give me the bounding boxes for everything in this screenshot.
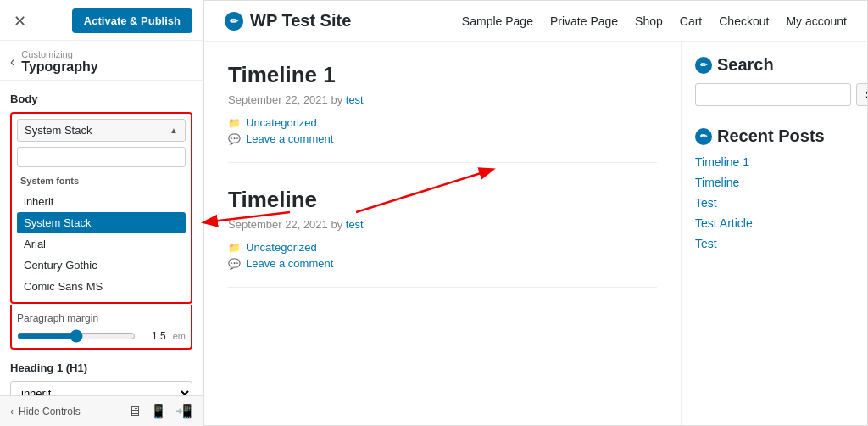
footer-icons: 🖥 📱 📲 [128,403,192,419]
recent-post-link-1[interactable]: Timeline 1 [695,155,749,169]
post-category-2: 📁 Uncategorized [228,241,657,254]
slider-value: 1.5 [142,330,166,342]
comment-icon: 💬 [228,133,241,145]
customizer-panel: ✕ Activate & Publish ‹ Customizing Typog… [0,0,203,426]
post-meta-1: September 22, 2021 by test [228,93,657,106]
paragraph-margin-slider[interactable] [17,329,136,343]
nav-sample-page[interactable]: Sample Page [462,14,533,28]
font-option-century-gothic[interactable]: Century Gothic [17,255,186,276]
site-title-text: WP Test Site [250,11,351,31]
font-search-input[interactable] [17,147,186,167]
nav-shop[interactable]: Shop [635,14,663,28]
sidebar: ✏ Search Search ✏ Recent Posts Timeline … [681,42,867,425]
heading-section-label: Heading 1 (H1) [10,362,192,374]
tablet-icon[interactable]: 📱 [150,403,167,419]
paragraph-margin-section: Paragraph margin 1.5 em [10,305,192,350]
panel-header: ✕ Activate & Publish [0,0,203,41]
panel-subheader: ‹ Customizing Typography [0,41,203,81]
hide-controls-button[interactable]: ‹ Hide Controls [10,406,81,418]
nav-my-account[interactable]: My account [786,14,847,28]
recent-posts-title-text: Recent Posts [717,126,825,146]
font-selected-label: System Stack [25,124,92,137]
panel-footer: ‹ Hide Controls 🖥 📱 📲 [0,395,203,426]
post-author-1[interactable]: test [346,93,364,106]
font-option-arial[interactable]: Arial [17,233,186,255]
customizing-label: Customizing [21,49,97,59]
post-comment-link-2[interactable]: Leave a comment [246,257,333,270]
font-select-container: System Stack ▲ System fonts inherit Syst… [10,112,192,304]
recent-post-1: Timeline 1 [695,154,854,170]
post-comment-link-1[interactable]: Leave a comment [246,132,333,145]
nav-private-page[interactable]: Private Page [550,14,618,28]
recent-post-4: Test Article [695,216,854,231]
font-option-system-stack[interactable]: System Stack [17,212,186,233]
recent-post-link-4[interactable]: Test Article [695,216,753,230]
post-footer-1: 📁 Uncategorized 💬 Leave a comment [228,116,657,145]
font-option-comic-sans[interactable]: Comic Sans MS [17,276,186,297]
preview-area: ✏ WP Test Site Sample Page Private Page … [203,0,868,426]
nav-cart[interactable]: Cart [680,14,702,28]
search-widget-icon: ✏ [695,57,712,74]
post-category-link-2[interactable]: Uncategorized [246,241,317,254]
site-nav: Sample Page Private Page Shop Cart Check… [462,14,847,28]
search-row: Search [695,83,854,106]
font-group-label: System fonts [17,174,186,188]
search-widget: ✏ Search Search [695,55,854,106]
recent-posts-title: ✏ Recent Posts [695,126,854,146]
nav-checkout[interactable]: Checkout [719,14,769,28]
recent-post-link-5[interactable]: Test [695,237,717,250]
search-widget-title: ✏ Search [695,55,854,75]
chevron-left-icon: ‹ [10,406,14,418]
site-header: ✏ WP Test Site Sample Page Private Page … [204,1,867,42]
post-author-2[interactable]: test [346,218,364,231]
comment-icon-2: 💬 [228,258,241,270]
post-category-1: 📁 Uncategorized [228,116,657,129]
site-logo-icon: ✏ [225,12,243,31]
dropdown-arrow-icon: ▲ [170,126,178,135]
preview-body: Timeline 1 September 22, 2021 by test 📁 … [204,42,867,425]
slider-unit: em [173,331,186,341]
publish-button[interactable]: Activate & Publish [72,8,192,33]
recent-post-2: Timeline [695,175,854,190]
folder-icon-2: 📁 [228,242,241,254]
post-article-2: Timeline September 22, 2021 by test 📁 Un… [228,187,657,288]
panel-content: Body System Stack ▲ System fonts inherit… [0,81,203,395]
font-option-inherit[interactable]: inherit [17,191,186,212]
heading-font-select[interactable]: inherit System Stack Arial Century Gothi… [10,381,192,395]
folder-icon: 📁 [228,117,241,129]
search-button[interactable]: Search [856,83,867,106]
mobile-icon[interactable]: 📲 [175,403,192,419]
slider-row: 1.5 em [17,329,186,343]
close-button[interactable]: ✕ [10,12,30,31]
search-input[interactable] [695,83,851,106]
post-title-2: Timeline [228,187,657,213]
post-comment-2: 💬 Leave a comment [228,257,657,270]
post-meta-2: September 22, 2021 by test [228,218,657,231]
recent-posts-widget: ✏ Recent Posts Timeline 1 Timeline Test … [695,126,854,251]
hide-controls-label: Hide Controls [19,406,81,418]
paragraph-margin-label: Paragraph margin [17,312,186,324]
search-title-text: Search [717,55,774,75]
post-comment-1: 💬 Leave a comment [228,132,657,145]
site-title[interactable]: ✏ WP Test Site [225,11,351,31]
post-title-1: Timeline 1 [228,62,657,88]
font-select-header[interactable]: System Stack ▲ [17,119,186,142]
desktop-icon[interactable]: 🖥 [128,403,142,419]
post-category-link-1[interactable]: Uncategorized [246,116,317,129]
post-article-1: Timeline 1 September 22, 2021 by test 📁 … [228,62,657,163]
recent-post-link-2[interactable]: Timeline [695,176,739,189]
body-section-label: Body [10,92,192,105]
recent-post-5: Test [695,236,854,251]
subheader-text: Customizing Typography [21,49,97,75]
typography-title: Typography [21,59,97,75]
recent-posts-list: Timeline 1 Timeline Test Test Article Te… [695,154,854,251]
back-button[interactable]: ‹ [10,54,14,70]
recent-post-link-3[interactable]: Test [695,196,717,210]
main-content: Timeline 1 September 22, 2021 by test 📁 … [204,42,681,425]
heading-section: Heading 1 (H1) inherit System Stack Aria… [10,362,192,395]
post-footer-2: 📁 Uncategorized 💬 Leave a comment [228,241,657,270]
recent-posts-icon: ✏ [695,128,712,145]
recent-post-3: Test [695,195,854,210]
